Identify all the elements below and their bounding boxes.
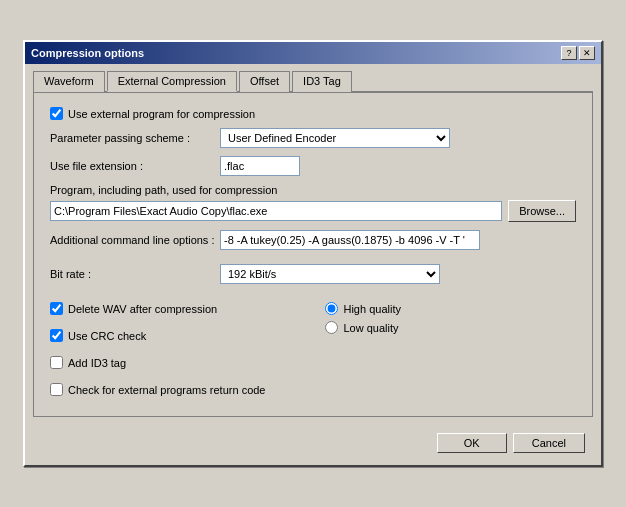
title-bar: Compression options ? ✕ (25, 42, 601, 64)
bitrate-row: Bit rate : 192 kBit/s 128 kBit/s 256 kBi… (50, 264, 576, 284)
check-return-label: Check for external programs return code (68, 384, 265, 396)
options-grid: Delete WAV after compression Use CRC che… (50, 302, 576, 404)
help-button[interactable]: ? (561, 46, 577, 60)
cmdline-label: Additional command line options : (50, 234, 220, 246)
cancel-button[interactable]: Cancel (513, 433, 585, 453)
tab-content: Use external program for compression Par… (33, 93, 593, 417)
use-external-label: Use external program for compression (68, 108, 255, 120)
use-external-row: Use external program for compression (50, 107, 576, 120)
low-quality-radio[interactable] (325, 321, 338, 334)
cmdline-input[interactable] (220, 230, 480, 250)
param-passing-select[interactable]: User Defined Encoder LAME MP3 Encoder Cu… (220, 128, 450, 148)
high-quality-label: High quality (343, 303, 400, 315)
tab-waveform[interactable]: Waveform (33, 71, 105, 92)
ok-button[interactable]: OK (437, 433, 507, 453)
cmdline-row: Additional command line options : (50, 230, 576, 250)
add-id3-label: Add ID3 tag (68, 357, 126, 369)
use-external-checkbox[interactable] (50, 107, 63, 120)
check-return-row: Check for external programs return code (50, 383, 265, 396)
checkboxes-group: Delete WAV after compression Use CRC che… (50, 302, 265, 404)
check-return-checkbox[interactable] (50, 383, 63, 396)
close-button[interactable]: ✕ (579, 46, 595, 60)
low-quality-label: Low quality (343, 322, 398, 334)
file-extension-input[interactable] (220, 156, 300, 176)
add-id3-row: Add ID3 tag (50, 356, 265, 369)
file-extension-row: Use file extension : (50, 156, 576, 176)
use-crc-checkbox[interactable] (50, 329, 63, 342)
use-crc-label: Use CRC check (68, 330, 146, 342)
program-path-row: Browse... (50, 200, 576, 222)
bitrate-select[interactable]: 192 kBit/s 128 kBit/s 256 kBit/s 320 kBi… (220, 264, 440, 284)
param-passing-row: Parameter passing scheme : User Defined … (50, 128, 576, 148)
tab-bar: Waveform External Compression Offset ID3… (33, 70, 593, 93)
dialog-title: Compression options (31, 47, 144, 59)
tab-id3-tag[interactable]: ID3 Tag (292, 71, 352, 92)
radio-group: High quality Low quality (325, 302, 400, 404)
low-quality-row: Low quality (325, 321, 400, 334)
delete-wav-checkbox[interactable] (50, 302, 63, 315)
compression-options-dialog: Compression options ? ✕ Waveform Externa… (23, 40, 603, 467)
use-crc-row: Use CRC check (50, 329, 265, 342)
delete-wav-label: Delete WAV after compression (68, 303, 217, 315)
file-extension-label: Use file extension : (50, 160, 220, 172)
add-id3-checkbox[interactable] (50, 356, 63, 369)
param-passing-label: Parameter passing scheme : (50, 132, 220, 144)
footer-buttons: OK Cancel (33, 427, 593, 457)
title-bar-buttons: ? ✕ (561, 46, 595, 60)
high-quality-row: High quality (325, 302, 400, 315)
dialog-body: Waveform External Compression Offset ID3… (25, 64, 601, 465)
bitrate-label: Bit rate : (50, 268, 220, 280)
delete-wav-row: Delete WAV after compression (50, 302, 265, 315)
program-path-label: Program, including path, used for compre… (50, 184, 576, 196)
browse-button[interactable]: Browse... (508, 200, 576, 222)
tab-external-compression[interactable]: External Compression (107, 71, 237, 92)
program-path-input[interactable] (50, 201, 502, 221)
high-quality-radio[interactable] (325, 302, 338, 315)
tab-offset[interactable]: Offset (239, 71, 290, 92)
